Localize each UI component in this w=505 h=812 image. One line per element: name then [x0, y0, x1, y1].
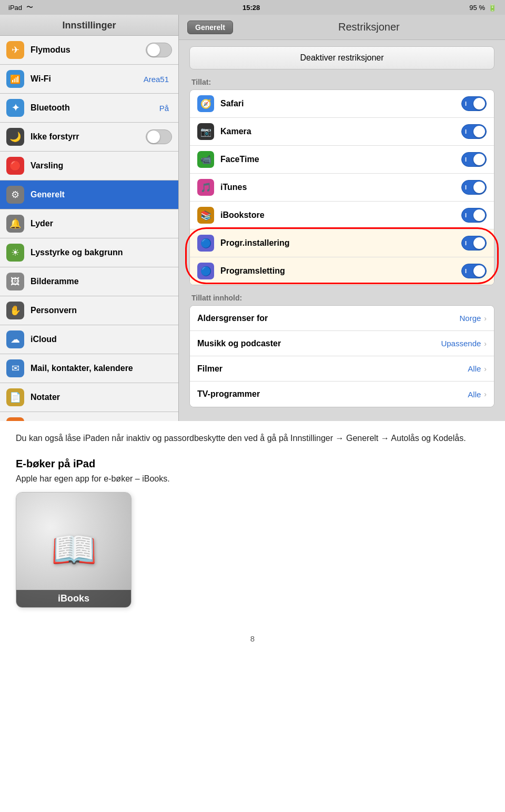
bluetooth-label: Bluetooth: [31, 103, 159, 113]
ikke-forstyrr-label: Ikke forstyrr: [31, 132, 146, 142]
status-left: iPad 〜: [8, 3, 33, 12]
safari-row[interactable]: 🧭 Safari I: [190, 90, 494, 118]
aldersgrenser-value: Norge: [459, 314, 481, 323]
wifi-label: Wi-Fi: [31, 74, 144, 84]
programsletting-icon: 🔵: [197, 263, 214, 279]
aldersgrenser-row[interactable]: Aldersgrenser for Norge ›: [190, 306, 494, 331]
detail-panel: Generelt Restriksjoner Deaktiver restrik…: [179, 15, 505, 421]
facetime-label: FaceTime: [220, 155, 461, 164]
tillat-group: 🧭 Safari I 📷 Kamera I: [189, 89, 494, 285]
tillat-group-wrapper: 🧭 Safari I 📷 Kamera I: [189, 89, 494, 285]
aldersgrenser-label: Aldersgrenser for: [197, 314, 459, 323]
mail-label: Mail, kontakter, kalendere: [31, 364, 172, 373]
sidebar-item-ikke-forstyrr[interactable]: 🌙 Ikke forstyrr: [0, 123, 178, 152]
icloud-icon: ☁: [6, 330, 24, 348]
paminnelser-icon: ☑: [6, 417, 24, 421]
sidebar-item-personvern[interactable]: ✋ Personvern: [0, 296, 178, 325]
programsletting-toggle[interactable]: I: [461, 264, 487, 278]
ikke-forstyrr-icon: 🌙: [6, 128, 24, 146]
sidebar-item-lyder[interactable]: 🔔 Lyder: [0, 209, 178, 238]
sidebar-item-mail[interactable]: ✉ Mail, kontakter, kalendere: [0, 354, 178, 383]
itunes-row[interactable]: 🎵 iTunes I: [190, 174, 494, 202]
generelt-icon: ⚙: [6, 186, 24, 204]
battery-icon: 🔋: [488, 4, 497, 12]
facetime-toggle[interactable]: I: [461, 152, 487, 167]
bilderamme-label: Bilderamme: [31, 277, 172, 286]
sidebar-item-lysstyrke[interactable]: ☀ Lysstyrke og bakgrunn: [0, 238, 178, 267]
sidebar-item-generelt[interactable]: ⚙ Generelt: [0, 181, 178, 209]
sidebar-item-bluetooth[interactable]: ✦ Bluetooth På: [0, 94, 178, 123]
wifi-icon: 〜: [26, 3, 33, 12]
ikke-forstyrr-toggle[interactable]: [146, 129, 172, 144]
sidebar-item-flymodus[interactable]: ✈ Flymodus: [0, 36, 178, 65]
text-body: Du kan også låse iPaden når inaktiv og p…: [0, 421, 505, 618]
lyder-icon: 🔔: [6, 215, 24, 233]
status-right: 95 % 🔋: [469, 4, 497, 12]
sidebar-item-paminnelser[interactable]: ☑ Påminnelser: [0, 412, 178, 421]
facetime-icon: 📹: [197, 151, 214, 168]
detail-content: Deaktiver restriksjoner Tillat: 🧭 Safari…: [179, 40, 505, 421]
back-button[interactable]: Generelt: [187, 21, 233, 34]
mail-icon: ✉: [6, 359, 24, 377]
sidebar-item-notater[interactable]: 📄 Notater: [0, 383, 178, 412]
progr-installering-row[interactable]: 🔵 Progr.installering I: [190, 229, 494, 257]
musikk-chevron: ›: [484, 339, 487, 348]
ebooks-subtext: Apple har egen app for e-bøker – iBooks.: [16, 474, 489, 484]
kamera-row[interactable]: 📷 Kamera I: [190, 118, 494, 146]
lyder-label: Lyder: [31, 219, 172, 228]
sidebar-item-wifi[interactable]: 📶 Wi-Fi Area51: [0, 65, 178, 94]
tv-row[interactable]: TV-programmer Alle ›: [190, 382, 494, 407]
flymodus-toggle[interactable]: [146, 43, 172, 57]
ipad-label: iPad: [8, 4, 22, 12]
tv-label: TV-programmer: [197, 389, 468, 399]
musikk-value: Upassende: [441, 339, 481, 348]
itunes-label: iTunes: [220, 183, 461, 192]
progr-installering-toggle[interactable]: I: [461, 236, 487, 250]
page-number: 8: [0, 634, 505, 654]
facetime-row[interactable]: 📹 FaceTime I: [190, 146, 494, 174]
sidebar: Innstillinger ✈ Flymodus 📶 Wi-Fi Area51 …: [0, 15, 179, 421]
progr-installering-label: Progr.installering: [220, 238, 461, 248]
filmer-chevron: ›: [484, 365, 487, 373]
deaktiver-button[interactable]: Deaktiver restriksjoner: [189, 46, 494, 69]
safari-icon: 🧭: [197, 95, 214, 112]
sidebar-item-bilderamme[interactable]: 🖼 Bilderamme: [0, 267, 178, 296]
kamera-label: Kamera: [220, 127, 461, 136]
ibookstore-toggle[interactable]: I: [461, 208, 487, 223]
paragraph-text: Du kan også låse iPaden når inaktiv og p…: [16, 432, 489, 445]
sidebar-item-icloud[interactable]: ☁ iCloud: [0, 325, 178, 354]
aldersgrenser-chevron: ›: [484, 314, 487, 323]
filmer-label: Filmer: [197, 364, 468, 374]
bluetooth-icon: ✦: [6, 99, 24, 117]
programsletting-row[interactable]: 🔵 Programsletting I: [190, 257, 494, 285]
ipad-screenshot: iPad 〜 15:28 95 % 🔋 Innstillinger ✈ Flym…: [0, 0, 505, 421]
ibookstore-row[interactable]: 📚 iBookstore I: [190, 202, 494, 229]
ibooks-book-icon: 📖: [51, 532, 97, 568]
sidebar-item-varsling[interactable]: 🔴 Varsling: [0, 152, 178, 181]
filmer-row[interactable]: Filmer Alle ›: [190, 356, 494, 382]
generelt-label: Generelt: [31, 190, 172, 199]
ebooks-heading: E-bøker på iPad: [16, 458, 489, 470]
filmer-value: Alle: [468, 364, 481, 373]
wifi-icon: 📶: [6, 70, 24, 88]
ibooks-image: 📖 iBooks: [16, 492, 132, 608]
programsletting-label: Programsletting: [220, 266, 461, 276]
safari-label: Safari: [220, 99, 461, 108]
ibooks-label: iBooks: [16, 590, 131, 607]
itunes-toggle[interactable]: I: [461, 180, 487, 195]
battery-label: 95 %: [469, 4, 485, 12]
lysstyrke-label: Lysstyrke og bakgrunn: [31, 248, 172, 257]
tillatt-innhold-label: Tillatt innhold:: [189, 294, 494, 302]
tillat-label: Tillat:: [189, 78, 494, 86]
musikk-row[interactable]: Musikk og podcaster Upassende ›: [190, 331, 494, 356]
notater-icon: 📄: [6, 388, 24, 406]
innhold-group: Aldersgrenser for Norge › Musikk og podc…: [189, 305, 494, 407]
personvern-label: Personvern: [31, 306, 172, 315]
kamera-icon: 📷: [197, 123, 214, 140]
musikk-label: Musikk og podcaster: [197, 339, 441, 348]
kamera-toggle[interactable]: I: [461, 124, 487, 139]
detail-header: Generelt Restriksjoner: [179, 15, 505, 40]
icloud-label: iCloud: [31, 335, 172, 344]
ibooks-icon: 📖: [51, 532, 97, 568]
safari-toggle[interactable]: I: [461, 96, 487, 111]
